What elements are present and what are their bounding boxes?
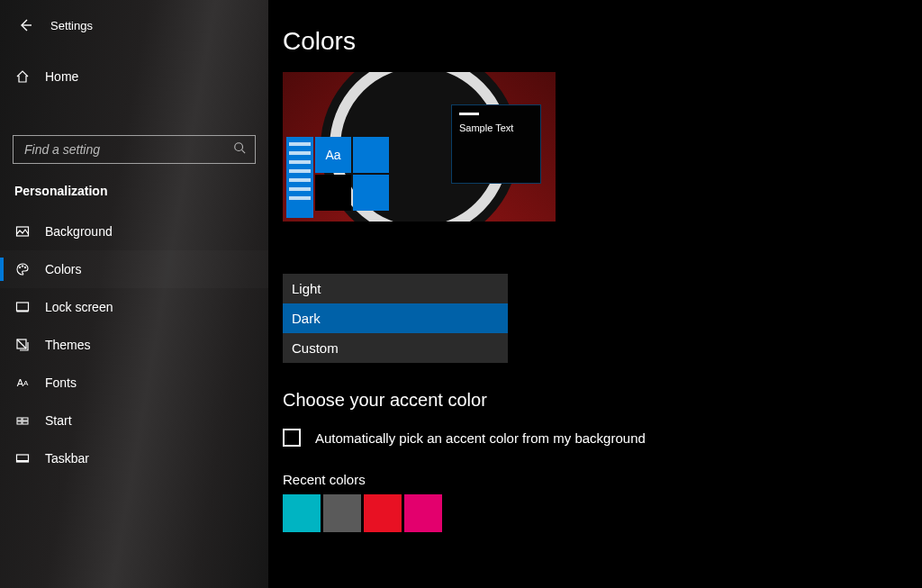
search-icon [233, 141, 246, 158]
sidebar-item-fonts[interactable]: AA Fonts [0, 364, 268, 402]
svg-point-0 [235, 143, 243, 151]
accent-section-title: Choose your accent color [283, 390, 922, 411]
svg-rect-11 [23, 421, 28, 424]
tile-blank [353, 137, 389, 173]
sidebar-item-label: Background [45, 224, 113, 239]
color-swatch[interactable] [364, 494, 402, 532]
tile-aa: Aa [315, 137, 351, 173]
auto-accent-checkbox[interactable] [283, 429, 301, 447]
tile-blank-2 [353, 175, 389, 211]
auto-accent-label: Automatically pick an accent color from … [315, 430, 646, 446]
tiles-preview: Aa [315, 137, 389, 218]
start-menu-preview: Aa [286, 137, 412, 218]
color-mode-dropdown[interactable]: Light Dark Custom [283, 274, 508, 363]
recent-colors [283, 494, 922, 532]
tile-grid [315, 175, 351, 211]
sidebar-item-themes[interactable]: Themes [0, 326, 268, 364]
svg-point-3 [22, 266, 23, 267]
sidebar-item-taskbar[interactable]: Taskbar [0, 439, 268, 477]
sidebar-item-label: Colors [45, 262, 81, 276]
sidebar-item-start[interactable]: Start [0, 402, 268, 439]
fonts-icon: AA [14, 375, 31, 391]
sidebar-item-label: Home [45, 69, 78, 84]
arrow-left-icon [18, 18, 32, 32]
dropdown-option-custom[interactable]: Custom [283, 333, 508, 363]
sample-titlebar-accent [459, 113, 479, 115]
sidebar-item-background[interactable]: Background [0, 213, 268, 250]
lock-screen-icon [14, 299, 31, 315]
svg-rect-6 [17, 311, 29, 312]
picture-icon [14, 223, 31, 240]
page-title: Colors [283, 27, 922, 56]
color-swatch[interactable] [323, 494, 361, 532]
app-title: Settings [50, 19, 93, 32]
color-preview: Aa Sample Text [283, 72, 556, 222]
svg-rect-9 [23, 418, 28, 421]
category-title: Personalization [0, 164, 268, 207]
svg-rect-5 [17, 303, 29, 311]
dropdown-option-light[interactable]: Light [283, 274, 508, 303]
palette-icon [14, 261, 31, 277]
recent-colors-label: Recent colors [283, 472, 922, 487]
sidebar-item-label: Taskbar [45, 451, 89, 466]
sample-window-preview: Sample Text [451, 104, 541, 184]
taskbar-icon [14, 450, 31, 466]
svg-point-2 [19, 267, 21, 268]
sidebar-item-lock-screen[interactable]: Lock screen [0, 288, 268, 326]
sidebar-item-label: Start [45, 413, 72, 428]
sidebar-item-colors[interactable]: Colors [0, 250, 268, 288]
start-icon [14, 412, 31, 429]
color-swatch[interactable] [404, 494, 442, 532]
svg-point-4 [24, 267, 26, 268]
color-swatch[interactable] [283, 494, 321, 532]
sidebar-nav: Background Colors Lock screen Themes [0, 213, 268, 477]
sample-text-label: Sample Text [459, 122, 533, 133]
svg-rect-10 [17, 421, 22, 424]
sidebar-item-home[interactable]: Home [0, 58, 268, 95]
home-icon [14, 68, 31, 85]
sidebar-item-label: Themes [45, 338, 91, 352]
themes-icon [14, 337, 31, 353]
sidebar-item-label: Fonts [45, 375, 77, 390]
start-column-preview [286, 137, 313, 218]
back-button[interactable] [16, 16, 34, 34]
sidebar-top-nav: Home [0, 58, 268, 95]
search-input[interactable] [23, 141, 233, 158]
settings-sidebar: Settings Home Personalization Ba [0, 0, 268, 588]
search-field[interactable] [13, 135, 256, 164]
dropdown-option-dark[interactable]: Dark [283, 303, 508, 333]
svg-rect-13 [17, 460, 29, 462]
sidebar-item-label: Lock screen [45, 300, 113, 314]
svg-rect-8 [17, 418, 22, 421]
